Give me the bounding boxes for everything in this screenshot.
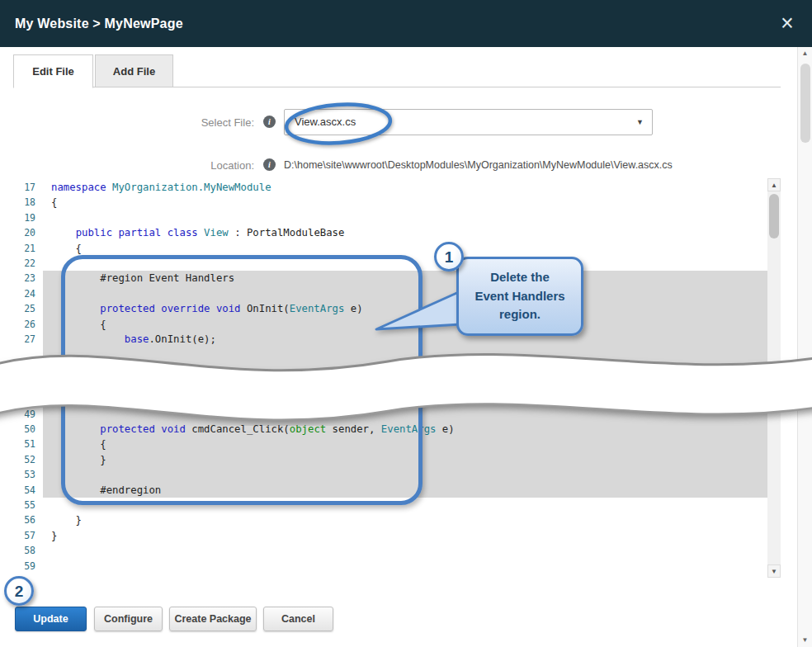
code-text	[43, 210, 767, 225]
location-label: Location:	[130, 159, 254, 172]
step-2-badge: 2	[4, 576, 34, 606]
scroll-down-icon[interactable]: ▼	[798, 634, 812, 647]
info-icon[interactable]: i	[263, 158, 276, 171]
line-number: 51	[13, 437, 43, 451]
code-text: #region Event Handlers	[43, 271, 767, 286]
line-number: 57	[13, 528, 43, 543]
create-package-button[interactable]: Create Package	[169, 607, 257, 631]
code-line: 54 #endregion	[13, 483, 767, 498]
code-text	[43, 559, 767, 574]
code-break-row	[13, 347, 767, 391]
code-line: 17namespace MyOrganization.MyNewModule	[13, 180, 767, 195]
code-text: {	[43, 317, 767, 332]
line-number: 58	[13, 543, 43, 558]
code-text: namespace MyOrganization.MyNewModule	[43, 180, 767, 195]
file-select-value: View.ascx.cs	[295, 110, 356, 135]
code-line: 22	[13, 256, 767, 271]
code-line: 58	[13, 543, 767, 558]
line-number	[13, 347, 43, 391]
code-text	[43, 467, 767, 482]
tab-add-file[interactable]: Add File	[95, 54, 173, 87]
line-number: 22	[13, 256, 43, 271]
code-line: 18{	[13, 195, 767, 210]
line-number: 56	[13, 512, 43, 527]
configure-button[interactable]: Configure	[94, 607, 163, 631]
line-number: 24	[13, 286, 43, 301]
code-text: public partial class View : PortalModule…	[43, 225, 767, 240]
location-path: D:\home\site\wwwroot\DesktopModules\MyOr…	[284, 159, 673, 171]
code-line: 25 protected override void OnInit(EventA…	[13, 301, 767, 316]
line-number: 18	[13, 195, 43, 210]
page-scrollbar[interactable]: ▲ ▼	[797, 47, 812, 647]
line-number: 59	[13, 559, 43, 574]
line-number: 23	[13, 271, 43, 286]
cancel-button[interactable]: Cancel	[263, 607, 333, 631]
code-text	[43, 391, 767, 406]
code-text: {	[43, 195, 767, 210]
update-button[interactable]: Update	[15, 607, 87, 631]
code-text: #endregion	[43, 483, 767, 498]
chevron-down-icon: ▼	[636, 110, 644, 135]
code-line: 21 {	[13, 241, 767, 256]
code-line: 48	[13, 391, 767, 406]
line-number: 27	[13, 332, 43, 347]
code-line: 49	[13, 407, 767, 422]
code-text: protected void cmdCancel_Click(object se…	[43, 422, 767, 437]
select-file-label: Select File:	[130, 116, 254, 129]
code-text	[43, 407, 767, 422]
file-select-dropdown[interactable]: View.ascx.cs ▼	[284, 109, 653, 135]
line-number: 52	[13, 452, 43, 467]
scrollbar-thumb[interactable]	[800, 64, 810, 143]
code-line: 57}	[13, 528, 767, 543]
code-text	[43, 256, 767, 271]
code-line: 56 }	[13, 512, 767, 527]
code-line: 59	[13, 559, 767, 574]
code-editor[interactable]: 17namespace MyOrganization.MyNewModule18…	[13, 178, 781, 578]
code-line: 51 {	[13, 437, 767, 451]
line-number: 17	[13, 180, 43, 195]
code-line: 24	[13, 286, 767, 301]
line-number: 19	[13, 210, 43, 225]
code-line: 27 base.OnInit(e);	[13, 332, 767, 347]
code-text: {	[43, 241, 767, 256]
code-text	[43, 498, 767, 512]
breadcrumb-title: My Website > MyNewPage	[15, 0, 183, 47]
dialog-header: My Website > MyNewPage ×	[0, 0, 812, 47]
line-number: 49	[13, 407, 43, 422]
code-text: base.OnInit(e);	[43, 332, 767, 347]
line-number: 20	[13, 225, 43, 240]
code-text: }	[43, 512, 767, 527]
info-icon[interactable]: i	[263, 116, 276, 128]
code-line: 19	[13, 210, 767, 225]
code-line: 55	[13, 498, 767, 512]
code-line: 53	[13, 467, 767, 482]
line-number: 54	[13, 483, 43, 498]
editor-scrollbar[interactable]: ▲ ▼	[767, 178, 781, 578]
code-lines: 17namespace MyOrganization.MyNewModule18…	[13, 180, 767, 574]
code-text	[43, 286, 767, 301]
code-text: protected override void OnInit(EventArgs…	[43, 301, 767, 316]
scroll-up-icon[interactable]: ▲	[767, 178, 781, 191]
line-number: 26	[13, 317, 43, 332]
close-icon[interactable]: ×	[776, 12, 799, 35]
code-line: 20 public partial class View : PortalMod…	[13, 225, 767, 240]
line-number: 25	[13, 301, 43, 316]
code-line: 50 protected void cmdCancel_Click(object…	[13, 422, 767, 437]
code-text	[43, 347, 767, 391]
code-text	[43, 543, 767, 558]
line-number: 21	[13, 241, 43, 256]
code-text: }	[43, 452, 767, 467]
line-number: 50	[13, 422, 43, 437]
code-line: 26 {	[13, 317, 767, 332]
code-text: {	[43, 437, 767, 451]
code-line: 23 #region Event Handlers	[13, 271, 767, 286]
scrollbar-thumb[interactable]	[769, 194, 779, 238]
line-number: 48	[13, 391, 43, 406]
code-text: }	[43, 528, 767, 543]
code-line: 52 }	[13, 452, 767, 467]
line-number: 55	[13, 498, 43, 512]
tab-edit-file[interactable]: Edit File	[13, 54, 93, 88]
line-number: 53	[13, 467, 43, 482]
scroll-up-icon[interactable]: ▲	[798, 47, 812, 60]
scroll-down-icon[interactable]: ▼	[767, 564, 781, 578]
